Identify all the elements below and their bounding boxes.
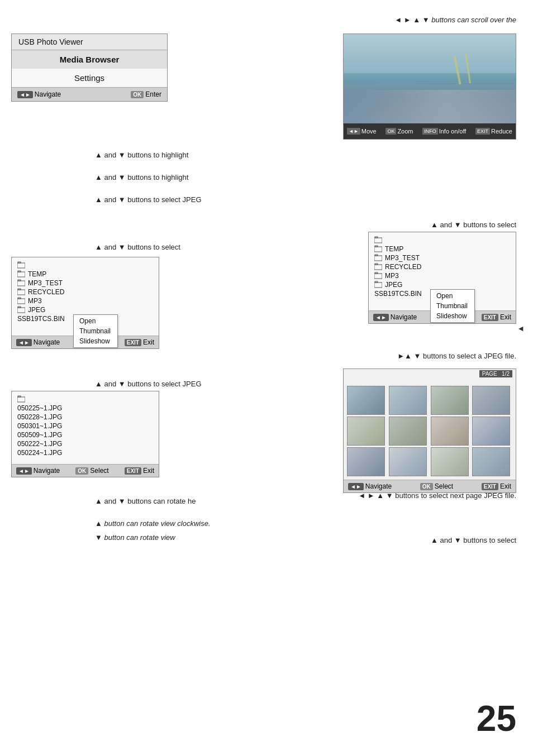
ctrl-info: INFO Info on/off <box>422 128 466 135</box>
instruction-select-1: ▲ and ▼ buttons to select <box>95 243 180 251</box>
svg-rect-24 <box>375 264 378 265</box>
instruction-select-bottom: ▲ and ▼ buttons to select <box>431 536 516 544</box>
thumb-9[interactable] <box>347 447 385 476</box>
fb-item-temp-label: TEMP <box>28 270 46 278</box>
fb2-item-temp-label: TEMP <box>385 245 403 253</box>
fb2-item-mp3[interactable]: MP3 <box>374 271 510 280</box>
move-icon: ◄► <box>347 128 360 135</box>
usb-menu-item-media-browser[interactable]: Media Browser <box>12 50 167 69</box>
instruction-next-page: ◄ ► ▲ ▼ buttons to select next page JPEG… <box>358 491 516 500</box>
fb-item-mp3[interactable]: MP3 <box>17 296 153 305</box>
nav-enter: OK Enter <box>131 90 161 98</box>
file-050228-label: 050228~1.JPG <box>17 413 62 421</box>
ctx2-thumbnail[interactable]: Thumbnail <box>431 301 474 311</box>
thumb-1[interactable] <box>347 386 385 415</box>
file-browser-2: TEMP MP3_TEST RECYCLED MP3 JPEG SSB19TCS… <box>368 232 516 324</box>
ctrl-zoom: OK Zoom <box>386 128 413 135</box>
fb-exit-icon-2: EXIT <box>482 314 498 321</box>
fb-exit-icon-3: EXIT <box>125 467 141 475</box>
ctx2-open[interactable]: Open <box>431 291 474 301</box>
svg-rect-12 <box>18 289 21 290</box>
instruction-select-right: ▲ and ▼ buttons to select <box>431 221 516 229</box>
thumb-2[interactable] <box>389 386 427 415</box>
reduce-label: Reduce <box>491 128 512 135</box>
fb-item-temp[interactable]: TEMP <box>17 270 153 279</box>
fb2-item-mp3test-label: MP3_TEST <box>385 254 420 262</box>
ctrl-move: ◄► Move <box>347 128 377 135</box>
fb-nav-navigate-2: ◄► Navigate <box>373 313 417 321</box>
ok-zoom-icon: OK <box>386 128 396 135</box>
file-list-1: TEMP MP3_TEST RECYCLED MP3 JPEG SSB19TCS… <box>12 257 159 336</box>
thumb-11[interactable] <box>431 447 469 476</box>
file-050224[interactable]: 050224~1.JPG <box>17 448 153 457</box>
file-050222-label: 050222~1.JPG <box>17 440 62 448</box>
svg-rect-29 <box>17 397 25 402</box>
svg-rect-6 <box>18 262 21 263</box>
fb2-item-jpeg[interactable]: JPEG <box>374 280 510 289</box>
fb2-item-recycled[interactable]: RECYCLED <box>374 262 510 271</box>
file-050224-label: 050224~1.JPG <box>17 449 62 457</box>
thumb-exit-icon: EXIT <box>482 483 498 490</box>
file-browser-1: TEMP MP3_TEST RECYCLED MP3 JPEG SSB19TCS… <box>11 257 159 349</box>
svg-rect-23 <box>374 265 382 270</box>
fb-item-ssb-with-menu[interactable]: SSB19TCS.BIN Open Thumbnail Slideshow <box>17 314 153 323</box>
fb2-item-ssb-with-menu[interactable]: SSB19TCS.BIN Open Thumbnail Slideshow <box>374 289 510 298</box>
thumb-4[interactable] <box>472 386 510 415</box>
thumb-5[interactable] <box>347 417 385 446</box>
fb2-item-jpeg-label: JPEG <box>385 281 402 289</box>
fb-item-ssb-label: SSB19TCS.BIN <box>17 315 65 323</box>
fb-nav-navigate-3: ◄► Navigate <box>16 467 60 475</box>
file-list-2: TEMP MP3_TEST RECYCLED MP3 JPEG SSB19TCS… <box>369 232 516 310</box>
thumb-8[interactable] <box>472 417 510 446</box>
ok-icon: OK <box>131 91 144 98</box>
thumb-10[interactable] <box>389 447 427 476</box>
thumb-12[interactable] <box>472 447 510 476</box>
fb-item-jpeg[interactable]: JPEG <box>17 305 153 314</box>
fb-nav-icon-1: ◄► <box>16 339 32 346</box>
svg-rect-15 <box>17 308 25 313</box>
file-050228[interactable]: 050228~1.JPG <box>17 413 153 422</box>
file-050222[interactable]: 050222~1.JPG <box>17 439 153 448</box>
fb-nav-navigate-label-3: Navigate <box>34 467 60 475</box>
svg-rect-25 <box>374 274 382 279</box>
fb-item-mp3test[interactable]: MP3_TEST <box>17 279 153 288</box>
fb-nav-3: ◄► Navigate OK Select EXIT Exit <box>12 464 159 477</box>
fb-exit-label-3: Exit <box>143 467 154 475</box>
fb-nav-exit-3: EXIT Exit <box>125 467 154 475</box>
instruction-rotate-he: ▲ and ▼ buttons can rotate he <box>95 497 196 505</box>
usb-menu-item-settings[interactable]: Settings <box>12 69 167 87</box>
ctx2-slideshow[interactable]: Slideshow <box>431 311 474 321</box>
fb2-item-temp[interactable]: TEMP <box>374 245 510 253</box>
instruction-highlight-1: ▲ and ▼ buttons to highlight <box>95 151 188 159</box>
file-050509[interactable]: 050509~1.JPG <box>17 430 153 439</box>
thumb-nav-navigate: ◄► Navigate <box>348 482 392 490</box>
thumb-nav-select: OK Select <box>420 482 453 490</box>
svg-rect-20 <box>375 246 378 247</box>
instruction-select-jpeg-1: ▲ and ▼ buttons to select JPEG <box>95 195 202 204</box>
thumb-7[interactable] <box>431 417 469 446</box>
file-050301[interactable]: 050301~1.JPG <box>17 422 153 430</box>
svg-rect-30 <box>18 396 21 397</box>
fb-item-recycled[interactable]: RECYCLED <box>17 288 153 296</box>
svg-rect-26 <box>375 272 378 274</box>
image-preview-controls: ◄► Move OK Zoom INFO Info on/off EXIT Re… <box>344 123 516 139</box>
ctx-open[interactable]: Open <box>74 316 117 326</box>
image-preview-inner <box>344 34 516 123</box>
image-preview-box: ◄► Move OK Zoom INFO Info on/off EXIT Re… <box>343 34 516 140</box>
navigate-label: Navigate <box>35 90 61 98</box>
fb2-item-ssb-label: SSB19TCS.BIN <box>374 290 422 298</box>
instruction-highlight-2: ▲ and ▼ buttons to highlight <box>95 173 188 181</box>
file-050225[interactable]: 050225~1.JPG <box>17 404 153 413</box>
thumb-page-num: 1/2 <box>502 371 510 377</box>
ctx-slideshow[interactable]: Slideshow <box>74 336 117 346</box>
fb-nav-select-3: OK Select <box>75 467 108 475</box>
fb2-item-mp3test[interactable]: MP3_TEST <box>374 253 510 262</box>
zoom-label: Zoom <box>397 128 413 135</box>
ctx-thumbnail[interactable]: Thumbnail <box>74 326 117 336</box>
thumb-select-label: Select <box>435 482 453 490</box>
svg-rect-10 <box>18 280 21 281</box>
fb-item-mp3test-label: MP3_TEST <box>28 279 63 287</box>
thumb-3[interactable] <box>431 386 469 415</box>
thumb-6[interactable] <box>389 417 427 446</box>
right-arrow-indicator: ◄ <box>517 324 525 333</box>
